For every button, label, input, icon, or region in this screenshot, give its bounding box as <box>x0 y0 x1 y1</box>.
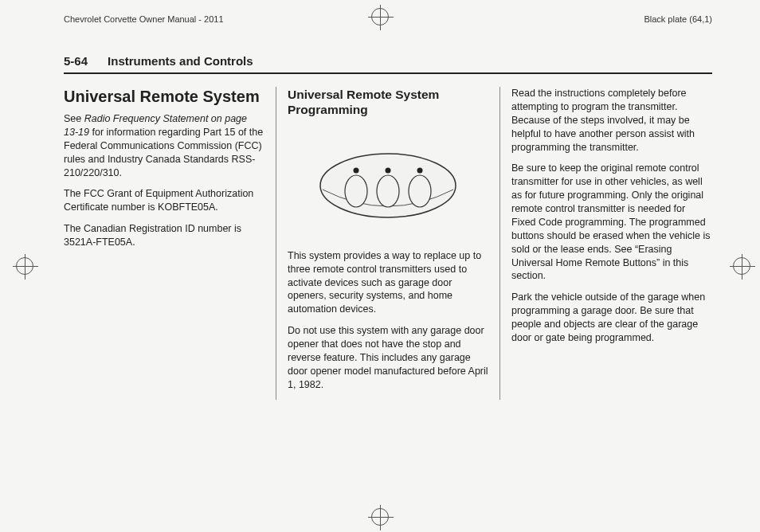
column-3: Read the instructions completely before … <box>499 87 712 400</box>
manual-title: Chevrolet Corvette Owner Manual - 2011 <box>64 14 224 24</box>
col1-p1: See Radio Frequency Statement on page 13… <box>64 112 264 179</box>
crop-mark-bottom-icon <box>371 508 389 526</box>
section-title: Instruments and Controls <box>108 54 253 68</box>
svg-point-3 <box>409 175 431 207</box>
svg-point-5 <box>386 167 391 173</box>
crop-mark-right-icon <box>733 257 750 275</box>
h2-programming: Universal Remote System Programming <box>288 87 488 118</box>
h1-universal-remote: Universal Remote System <box>64 87 264 106</box>
column-1: Universal Remote System See Radio Freque… <box>64 87 276 400</box>
content-columns: Universal Remote System See Radio Freque… <box>64 87 712 400</box>
col1-p2: The FCC Grant of Equipment Authorization… <box>64 187 264 214</box>
manual-page: Chevrolet Corvette Owner Manual - 2011 B… <box>0 0 760 532</box>
col2-p1: This system provides a way to replace up… <box>288 249 488 316</box>
svg-point-2 <box>377 175 399 207</box>
col3-p3: Park the vehicle outside of the garage w… <box>511 291 712 345</box>
page-number: 5-64 <box>64 54 88 68</box>
svg-point-1 <box>345 175 367 207</box>
col1-p3: The Canadian Registration ID number is 3… <box>64 222 264 249</box>
crop-mark-top-icon <box>371 8 389 25</box>
crop-mark-left-icon <box>16 257 33 275</box>
col2-p2: Do not use this system with any garage d… <box>288 324 488 391</box>
page-header: 5-64 Instruments and Controls <box>64 54 712 74</box>
plate-label: Black plate (64,1) <box>644 14 712 24</box>
svg-point-4 <box>354 167 359 173</box>
svg-point-6 <box>417 167 423 173</box>
col3-p1: Read the instructions completely before … <box>511 87 712 154</box>
remote-illustration-icon <box>316 150 460 221</box>
column-2: Universal Remote System Programming This… <box>276 87 499 400</box>
col3-p2: Be sure to keep the original remote cont… <box>511 162 712 283</box>
